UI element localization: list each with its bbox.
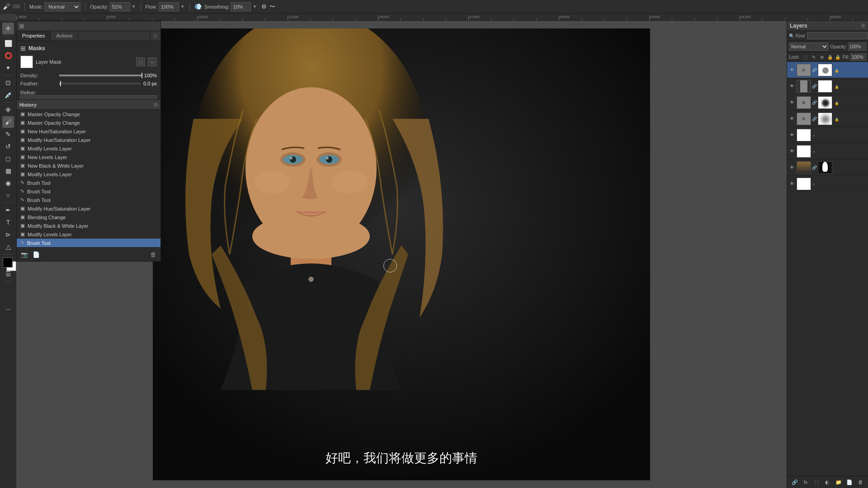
create-snapshot-btn[interactable]: 📷 [19, 249, 29, 259]
properties-panel-close[interactable]: × [19, 24, 24, 28]
layers-opacity-input[interactable] [848, 42, 866, 51]
pen-tool[interactable]: ✒ [2, 204, 14, 216]
stamp-tool[interactable]: ✎ [2, 128, 14, 140]
layer-item-5[interactable]: 👁 f [787, 127, 868, 143]
layer-link-btn[interactable]: 🔗 [790, 478, 799, 486]
smoothing-label: Smoothing: [204, 4, 230, 9]
mask-btn-2[interactable]: ↔ [148, 57, 157, 66]
history-brush-tool[interactable]: ↺ [2, 141, 14, 152]
history-item-icon-5: ▣ [20, 154, 25, 160]
layer-item-8[interactable]: 👁 f [787, 176, 868, 192]
layer-3-visibility[interactable]: 👁 [789, 99, 795, 106]
lock-position-btn[interactable]: 🔒 [826, 53, 834, 61]
feather-slider-handle [60, 81, 61, 86]
history-item-6[interactable]: ▣New Black & White Layer [17, 161, 160, 170]
lock-transparent-btn[interactable]: ⬚ [802, 53, 809, 61]
history-item-icon-7: ▣ [20, 171, 25, 177]
shape-tool[interactable]: △ [2, 241, 14, 253]
history-item-9[interactable]: ✎Brush Tool [17, 187, 160, 196]
layer-5-visibility[interactable]: 👁 [789, 132, 795, 138]
layer-6-visibility[interactable]: 👁 [789, 148, 795, 155]
layer-item-2[interactable]: 👁 🔗 🔒 [787, 78, 868, 94]
history-item-4[interactable]: ▣Modify Levels Layer [17, 144, 160, 153]
history-item-11[interactable]: ▣Modify Hue/Saturation Layer [17, 204, 160, 213]
layer-mask-btn[interactable]: ⬚ [812, 478, 821, 486]
dodge-tool[interactable]: ○ [2, 189, 14, 201]
type-tool[interactable]: T [2, 216, 14, 228]
blur-tool[interactable]: ◉ [2, 177, 14, 189]
tab-actions[interactable]: Actions [51, 31, 78, 41]
crop-tool[interactable]: ⊡ [2, 77, 14, 89]
layer-adjustment-btn[interactable]: ◐ [823, 478, 832, 486]
tab-properties[interactable]: Properties [17, 31, 51, 41]
layer-item-7[interactable]: 👁 🔗 [787, 160, 868, 176]
history-item-7[interactable]: ▣Modify Levels Layer [17, 170, 160, 178]
feather-slider[interactable] [59, 83, 141, 84]
layer-2-mask [818, 80, 832, 93]
opacity-input[interactable] [110, 2, 130, 11]
panel-menu-btn[interactable]: ☰ [151, 31, 160, 41]
layer-2-visibility[interactable]: 👁 [789, 83, 795, 89]
lasso-tool[interactable]: ⭕ [2, 50, 14, 61]
eraser-tool[interactable]: ◻ [2, 153, 14, 164]
layer-group-btn[interactable]: 📁 [834, 478, 843, 486]
density-row: Density: 100% [20, 73, 157, 78]
history-item-label-1: Master Opacity Change [28, 120, 80, 126]
lock-artboard-btn[interactable]: ⊕ [818, 53, 826, 61]
pressure-icon[interactable]: 〜 [269, 3, 275, 11]
fill-input[interactable] [850, 53, 866, 61]
mode-select[interactable]: Normal [44, 2, 80, 11]
move-tool[interactable]: ✛ [2, 23, 14, 34]
airbrush-icon[interactable]: 💨 [194, 3, 202, 10]
foreground-color-swatch[interactable] [3, 258, 13, 267]
density-slider[interactable] [59, 75, 142, 76]
history-item-label-11: Modify Hue/Saturation Layer [28, 206, 90, 211]
layer-8-visibility[interactable]: 👁 [789, 181, 795, 187]
layers-search-input[interactable] [807, 32, 868, 39]
history-item-14[interactable]: ▣Modify Levels Layer [17, 230, 160, 239]
magic-wand-tool[interactable]: ✦ [2, 62, 14, 74]
layer-new-btn[interactable]: 📄 [844, 478, 854, 486]
lock-all-btn[interactable]: 🔒 [835, 53, 842, 61]
flow-input[interactable] [159, 2, 179, 11]
layers-search-icon: 🔍 [789, 33, 794, 38]
layer-item-3[interactable]: 👁 ▤ 🔗 🔒 [787, 94, 868, 111]
path-select-tool[interactable]: ⊳ [2, 229, 14, 240]
create-new-doc-btn[interactable]: 📄 [31, 249, 41, 259]
history-item-1[interactable]: ▣Master Opacity Change [17, 118, 160, 127]
layer-fx-btn[interactable]: fx [801, 478, 810, 486]
layer-delete-btn[interactable]: 🗑 [856, 478, 865, 486]
history-item-15[interactable]: ✎Brush Tool [17, 239, 160, 247]
layer-item-4[interactable]: 👁 ▤ 🔗 🔒 [787, 111, 868, 127]
settings-icon[interactable]: ⚙ [261, 3, 267, 10]
history-menu-btn[interactable]: ☰ [154, 102, 158, 107]
lock-image-btn[interactable]: ✎ [810, 53, 817, 61]
layer-item-6[interactable]: 👁 f [787, 143, 868, 160]
history-item-13[interactable]: ▣Modify Black & White Layer [17, 221, 160, 230]
history-item-3[interactable]: ▣Modify Hue/Saturation Layer [17, 136, 160, 144]
healing-brush-tool[interactable]: ✙ [2, 104, 14, 116]
more-tools-btn[interactable]: ··· [2, 303, 14, 315]
layer-7-visibility[interactable]: 👁 [789, 164, 795, 171]
history-item-10[interactable]: ✎Brush Tool [17, 196, 160, 204]
rectangle-select-tool[interactable]: ⬜ [2, 38, 14, 49]
layer-1-visibility[interactable]: 👁 [789, 67, 795, 73]
masks-label: Masks [28, 45, 45, 52]
brush-tool[interactable]: 🖌 [2, 116, 14, 128]
layer-mask-label: Layer Mask [36, 59, 133, 65]
delete-state-btn[interactable]: 🗑 [148, 249, 158, 259]
smoothing-input[interactable] [231, 2, 251, 11]
history-item-5[interactable]: ▣New Levels Layer [17, 153, 160, 161]
eyedropper-tool[interactable]: 💉 [2, 89, 14, 101]
layer-item-1[interactable]: 👁 ▤ 🔗 🔒 [787, 62, 868, 78]
layers-mode-select[interactable]: Normal [789, 42, 829, 51]
history-item-0[interactable]: ▣Master Opacity Change [17, 110, 160, 118]
history-item-12[interactable]: ▣Blending Change [17, 213, 160, 221]
history-item-2[interactable]: ▣New Hue/Saturation Layer [17, 127, 160, 136]
gradient-tool[interactable]: ▦ [2, 165, 14, 177]
mask-btn-1[interactable]: ⬚ [136, 57, 145, 66]
layer-4-visibility[interactable]: 👁 [789, 116, 795, 122]
history-item-8[interactable]: ✎Brush Tool [17, 178, 160, 187]
history-item-icon-10: ✎ [20, 197, 24, 203]
layers-menu-btn[interactable]: ☰ [861, 23, 865, 28]
